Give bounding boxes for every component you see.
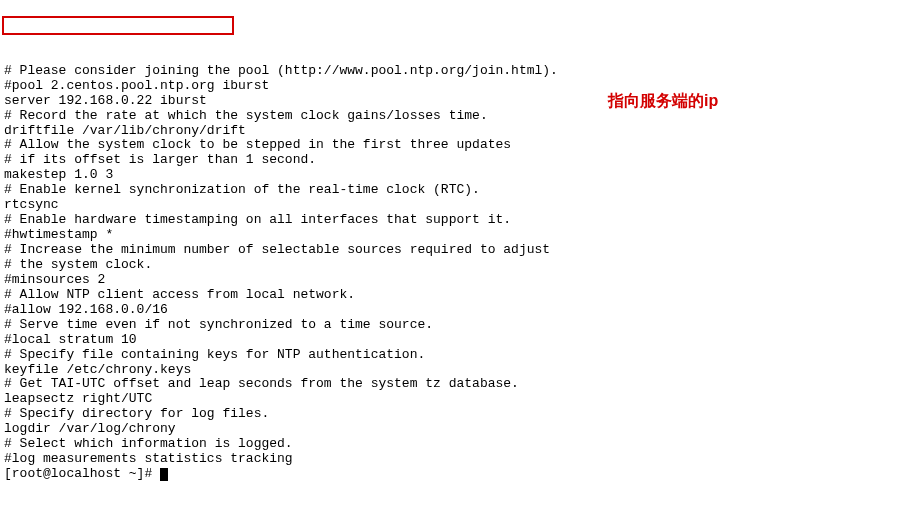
terminal-line: # Enable kernel synchronization of the r… (4, 183, 919, 198)
terminal-output: # Please consider joining the pool (http… (4, 64, 919, 482)
terminal-line: #log measurements statistics tracking (4, 452, 919, 467)
terminal-line: # Specify directory for log files. (4, 407, 919, 422)
terminal-line: # Record the rate at which the system cl… (4, 109, 919, 124)
terminal-line: # Specify file containing keys for NTP a… (4, 348, 919, 363)
terminal-line: # Serve time even if not synchronized to… (4, 318, 919, 333)
terminal-line: #local stratum 10 (4, 333, 919, 348)
terminal-line: makestep 1.0 3 (4, 168, 919, 183)
terminal-line: # Increase the minimum number of selecta… (4, 243, 919, 258)
highlight-rectangle (2, 16, 234, 35)
terminal-line: #pool 2.centos.pool.ntp.org iburst (4, 79, 919, 94)
terminal-line: # Allow NTP client access from local net… (4, 288, 919, 303)
terminal-line: rtcsync (4, 198, 919, 213)
terminal-line: # Select which information is logged. (4, 437, 919, 452)
terminal-line: server 192.168.0.22 iburst (4, 94, 919, 109)
terminal-line: keyfile /etc/chrony.keys (4, 363, 919, 378)
terminal-line: driftfile /var/lib/chrony/drift (4, 124, 919, 139)
terminal-line: # Allow the system clock to be stepped i… (4, 138, 919, 153)
terminal-line: # Get TAI-UTC offset and leap seconds fr… (4, 377, 919, 392)
terminal-line: #minsources 2 (4, 273, 919, 288)
terminal-line: # Please consider joining the pool (http… (4, 64, 919, 79)
terminal-line: #allow 192.168.0.0/16 (4, 303, 919, 318)
cursor-icon (160, 468, 168, 481)
shell-prompt[interactable]: [root@localhost ~]# (4, 466, 160, 481)
terminal-line: [root@localhost ~]# (4, 467, 919, 482)
terminal-line: #hwtimestamp * (4, 228, 919, 243)
terminal-line: leapsectz right/UTC (4, 392, 919, 407)
terminal-line: # if its offset is larger than 1 second. (4, 153, 919, 168)
terminal-line: logdir /var/log/chrony (4, 422, 919, 437)
terminal-line: # the system clock. (4, 258, 919, 273)
terminal-line: # Enable hardware timestamping on all in… (4, 213, 919, 228)
